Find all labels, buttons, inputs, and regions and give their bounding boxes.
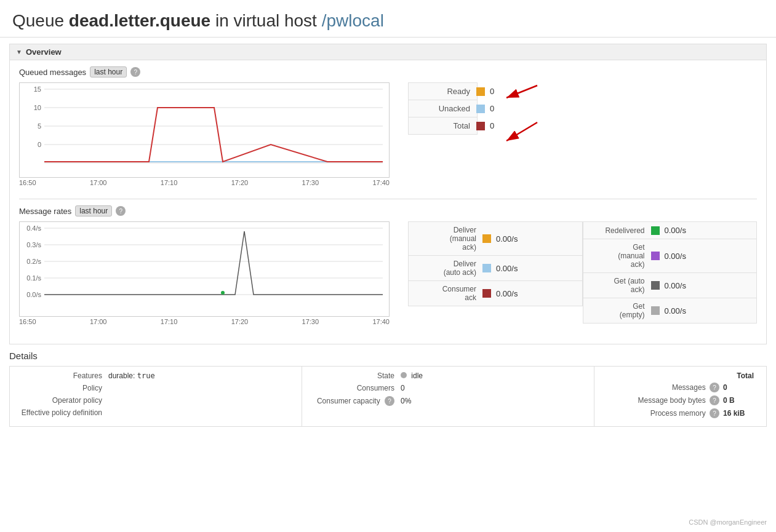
- rates-help[interactable]: ?: [116, 206, 126, 216]
- details-grid: Features durable: true Policy Operator p…: [9, 366, 767, 427]
- detail-consumers: Consumers 0: [302, 384, 594, 392]
- rates-redelivered: Redelivered 0.00/s: [583, 221, 758, 239]
- stat-messages: Messages ? 0: [601, 383, 760, 392]
- rates-time-filter[interactable]: last hour: [75, 205, 112, 216]
- details-stats-col: Total Messages ? 0 Message body bytes ? …: [594, 367, 766, 426]
- queued-legend: Ready 0 Unacked 0 Total 0: [408, 82, 478, 134]
- details-section: Details Features durable: true Policy Op…: [9, 351, 767, 427]
- svg-point-22: [221, 291, 225, 295]
- vhost-name: /pwlocal: [322, 11, 384, 30]
- svg-text:0.2/s: 0.2/s: [26, 258, 41, 265]
- rates-chart: 0.4/s 0.3/s 0.2/s 0.1/s 0.0/s 16:50 17:0…: [19, 221, 390, 325]
- stats-header: Total: [601, 371, 760, 380]
- details-title: Details: [9, 351, 767, 361]
- svg-text:0.1/s: 0.1/s: [26, 274, 41, 282]
- svg-text:0: 0: [38, 141, 41, 148]
- message-rates-row: 0.4/s 0.3/s 0.2/s 0.1/s 0.0/s 16:50 17:0…: [19, 221, 757, 325]
- overview-label: Overview: [26, 47, 62, 57]
- rates-deliver-auto: Deliver(auto ack) 0.00/s: [408, 255, 583, 281]
- queued-messages-row: 15 10 5 0: [19, 82, 757, 186]
- queued-help[interactable]: ?: [130, 67, 140, 77]
- proc-mem-help[interactable]: ?: [710, 408, 719, 418]
- detail-eff-policy: Effective policy definition: [10, 408, 302, 417]
- overview-section: ▼ Overview Queued messages last hour ?: [9, 44, 767, 344]
- details-left-col: Features durable: true Policy Operator p…: [10, 367, 302, 426]
- rates-get-manual: Get(manualack) 0.00/s: [583, 239, 758, 273]
- messages-help[interactable]: ?: [710, 383, 719, 392]
- watermark: CSDN @morganEngineer: [689, 518, 767, 526]
- rates-svg-wrapper: 0.4/s 0.3/s 0.2/s 0.1/s 0.0/s: [19, 221, 390, 317]
- svg-text:0.3/s: 0.3/s: [26, 241, 41, 248]
- detail-policy: Policy: [10, 384, 302, 392]
- svg-text:0.4/s: 0.4/s: [26, 224, 41, 232]
- ready-color: [476, 87, 485, 96]
- header-prefix: Queue: [12, 11, 69, 30]
- queued-chart-svg: 15 10 5 0: [19, 82, 390, 178]
- rates-x-labels: 16:50 17:00 17:10 17:20 17:30 17:40: [19, 317, 390, 325]
- arrow-annotation-2: [494, 116, 543, 147]
- details-mid-col: State idle Consumers 0 Consumer capacity…: [302, 367, 594, 426]
- overview-header[interactable]: ▼ Overview: [10, 44, 766, 60]
- rates-deliver-manual: Deliver(manualack) 0.00/s: [408, 221, 583, 256]
- legend-total: Total 0: [408, 117, 478, 135]
- legend-unacked: Unacked 0: [408, 100, 478, 117]
- queued-messages-title: Queued messages last hour ?: [19, 66, 757, 77]
- overview-body: Queued messages last hour ? 15: [10, 60, 766, 344]
- message-rates-title: Message rates last hour ?: [19, 205, 757, 216]
- stat-proc-mem: Process memory ? 16 kiB: [601, 408, 760, 418]
- arrow-annotation-1: [494, 79, 543, 110]
- queued-messages-chart: 15 10 5 0: [19, 82, 390, 186]
- svg-text:0.0/s: 0.0/s: [26, 291, 41, 298]
- detail-op-policy: Operator policy: [10, 396, 302, 405]
- rates-get-auto: Get (autoack) 0.00/s: [583, 272, 758, 298]
- overview-arrow: ▼: [16, 49, 22, 55]
- legend-ready: Ready 0: [408, 82, 478, 100]
- rates-left-legend: Deliver(manualack) 0.00/s Deliver(auto a…: [408, 221, 583, 323]
- header-middle: in virtual host: [210, 11, 322, 30]
- queued-legend-wrapper: Ready 0 Unacked 0 Total 0: [408, 82, 478, 134]
- detail-features: Features durable: true: [10, 371, 302, 380]
- svg-text:5: 5: [38, 122, 41, 130]
- rates-get-empty: Get(empty) 0.00/s: [583, 298, 758, 324]
- rates-right-legend: Redelivered 0.00/s Get(manualack) 0.00/s…: [583, 221, 758, 323]
- divider-1: [19, 199, 757, 199]
- consumer-cap-help[interactable]: ?: [385, 396, 394, 406]
- stat-msg-body: Message body bytes ? 0 B: [601, 395, 760, 405]
- rates-svg: 0.4/s 0.3/s 0.2/s 0.1/s 0.0/s: [20, 222, 389, 314]
- detail-consumer-cap: Consumer capacity ? 0%: [302, 396, 594, 406]
- svg-text:15: 15: [34, 85, 41, 93]
- rates-consumer-ack: Consumerack 0.00/s: [408, 280, 583, 306]
- queued-x-labels: 16:50 17:00 17:10 17:20 17:30 17:40: [19, 178, 390, 186]
- msg-body-help[interactable]: ?: [710, 395, 719, 405]
- state-dot: [401, 372, 407, 378]
- total-color: [476, 122, 485, 130]
- queue-name: dead.letter.queue: [69, 11, 210, 30]
- detail-state: State idle: [302, 371, 594, 380]
- unacked-color: [476, 105, 485, 113]
- rates-legend-area: Deliver(manualack) 0.00/s Deliver(auto a…: [408, 221, 757, 323]
- queued-time-filter[interactable]: last hour: [90, 66, 127, 77]
- page-header: Queue dead.letter.queue in virtual host …: [0, 0, 776, 38]
- queued-svg: 15 10 5 0: [20, 83, 389, 175]
- svg-text:10: 10: [34, 104, 41, 111]
